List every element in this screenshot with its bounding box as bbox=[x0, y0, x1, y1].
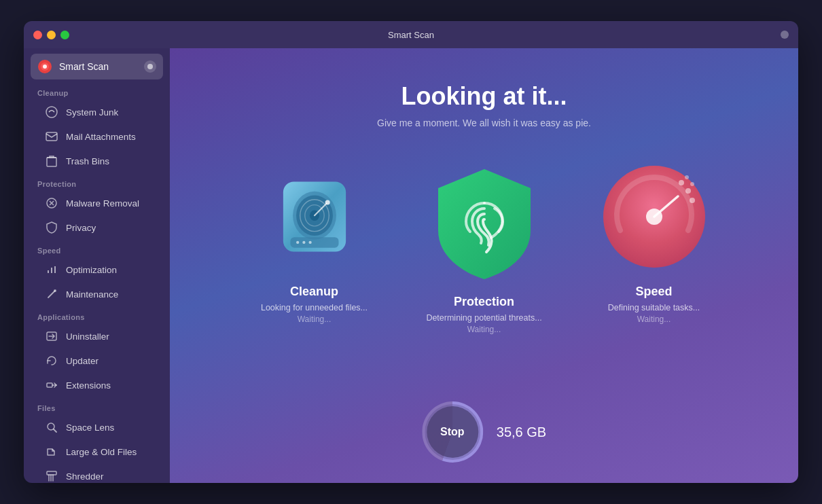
space-lens-icon bbox=[44, 420, 59, 435]
app-window: Smart Scan Smart Scan bbox=[24, 21, 798, 483]
trash-bins-label: Trash Bins bbox=[66, 156, 109, 166]
malware-removal-label: Malware Removal bbox=[66, 198, 139, 209]
minimize-button[interactable] bbox=[47, 31, 56, 39]
traffic-lights bbox=[33, 31, 69, 39]
shredder-icon bbox=[44, 469, 59, 483]
svg-point-2 bbox=[43, 65, 47, 69]
speed-section-label: Speed bbox=[24, 240, 170, 257]
sidebar-item-space-lens[interactable]: Space Lens bbox=[31, 415, 163, 439]
svg-rect-5 bbox=[46, 132, 57, 141]
extensions-label: Extensions bbox=[66, 380, 111, 391]
svg-rect-6 bbox=[47, 158, 56, 166]
svg-point-26 bbox=[302, 241, 305, 244]
main-content: Looking at it... Give me a moment. We al… bbox=[170, 48, 798, 483]
bottom-area: Stop 35,6 GB bbox=[422, 401, 546, 463]
protection-status: Determining potential threats... bbox=[426, 313, 541, 323]
sidebar-item-malware-removal[interactable]: Malware Removal bbox=[31, 191, 163, 215]
svg-point-3 bbox=[147, 64, 153, 69]
speed-card-icon bbox=[600, 162, 709, 271]
trash-icon bbox=[44, 154, 59, 168]
system-junk-label: System Junk bbox=[66, 107, 118, 118]
main-subheading: Give me a moment. We all wish it was eas… bbox=[377, 118, 591, 128]
svg-point-32 bbox=[685, 188, 691, 194]
close-button[interactable] bbox=[33, 31, 42, 39]
extensions-icon bbox=[44, 378, 59, 393]
sidebar-item-optimization[interactable]: Optimization bbox=[31, 257, 163, 282]
maintenance-icon bbox=[44, 287, 59, 302]
svg-point-11 bbox=[54, 289, 56, 292]
cleanup-status: Looking for unneeded files... bbox=[261, 303, 368, 312]
large-old-files-label: Large & Old Files bbox=[66, 447, 137, 457]
sidebar-item-updater[interactable]: Updater bbox=[31, 348, 163, 373]
applications-section-label: Applications bbox=[24, 306, 170, 324]
sidebar-item-trash-bins[interactable]: Trash Bins bbox=[31, 149, 163, 173]
speed-status: Defining suitable tasks... bbox=[608, 303, 700, 312]
speed-card: Speed Defining suitable tasks... Waiting… bbox=[579, 162, 729, 334]
files-section-label: Files bbox=[24, 397, 170, 415]
stop-ring: Stop bbox=[422, 401, 483, 463]
updater-label: Updater bbox=[66, 356, 99, 366]
svg-point-30 bbox=[646, 209, 662, 225]
svg-point-34 bbox=[685, 175, 689, 179]
main-container: Smart Scan Cleanup System Junk bbox=[24, 48, 798, 483]
shredder-label: Shredder bbox=[66, 471, 104, 482]
large-files-icon bbox=[44, 444, 59, 459]
protection-card-icon bbox=[430, 162, 539, 281]
sidebar-item-system-junk[interactable]: System Junk bbox=[31, 100, 163, 124]
svg-point-4 bbox=[46, 107, 57, 118]
titlebar: Smart Scan bbox=[24, 21, 798, 48]
smart-scan-icon bbox=[37, 59, 52, 74]
svg-rect-15 bbox=[47, 471, 56, 475]
main-heading: Looking at it... bbox=[401, 82, 567, 111]
sidebar-item-extensions[interactable]: Extensions bbox=[31, 373, 163, 397]
sidebar-item-privacy[interactable]: Privacy bbox=[31, 215, 163, 240]
updater-icon bbox=[44, 353, 59, 368]
stop-button[interactable]: Stop bbox=[427, 406, 478, 458]
privacy-label: Privacy bbox=[66, 223, 96, 233]
cleanup-waiting: Waiting... bbox=[298, 314, 332, 324]
cleanup-card: Cleanup Looking for unneeded files... Wa… bbox=[240, 162, 389, 334]
svg-rect-13 bbox=[47, 383, 52, 387]
sidebar-item-uninstaller[interactable]: Uninstaller bbox=[31, 324, 163, 348]
sidebar-item-shredder[interactable]: Shredder bbox=[31, 464, 163, 483]
optimization-label: Optimization bbox=[66, 265, 117, 275]
uninstaller-icon bbox=[44, 329, 59, 344]
svg-point-23 bbox=[325, 200, 329, 205]
smart-scan-label: Smart Scan bbox=[59, 61, 109, 72]
protection-card: Protection Determining potential threats… bbox=[410, 162, 559, 334]
sidebar-item-smart-scan[interactable]: Smart Scan bbox=[31, 54, 163, 79]
svg-point-31 bbox=[679, 180, 684, 185]
mail-attachments-label: Mail Attachments bbox=[66, 132, 136, 142]
cleanup-title: Cleanup bbox=[290, 285, 338, 299]
optimization-icon bbox=[44, 262, 59, 277]
malware-icon bbox=[44, 196, 59, 211]
uninstaller-label: Uninstaller bbox=[66, 331, 109, 342]
protection-waiting: Waiting... bbox=[467, 325, 501, 334]
sidebar-item-maintenance[interactable]: Maintenance bbox=[31, 282, 163, 306]
svg-point-33 bbox=[690, 198, 695, 203]
svg-point-27 bbox=[308, 241, 311, 244]
cards-row: Cleanup Looking for unneeded files... Wa… bbox=[240, 162, 729, 334]
maximize-button[interactable] bbox=[60, 31, 69, 39]
speed-waiting: Waiting... bbox=[637, 314, 671, 324]
gb-display: 35,6 GB bbox=[497, 425, 546, 440]
sidebar: Smart Scan Cleanup System Junk bbox=[24, 48, 170, 483]
mail-icon bbox=[44, 129, 59, 144]
maintenance-label: Maintenance bbox=[66, 289, 118, 300]
speed-title: Speed bbox=[635, 285, 672, 299]
cleanup-section-label: Cleanup bbox=[24, 82, 170, 100]
sidebar-item-large-old-files[interactable]: Large & Old Files bbox=[31, 439, 163, 464]
system-junk-icon bbox=[44, 105, 59, 120]
protection-title: Protection bbox=[454, 295, 514, 309]
protection-section-label: Protection bbox=[24, 173, 170, 191]
titlebar-dot bbox=[781, 31, 789, 39]
space-lens-label: Space Lens bbox=[66, 422, 114, 433]
active-indicator bbox=[144, 60, 156, 73]
sidebar-item-mail-attachments[interactable]: Mail Attachments bbox=[31, 124, 163, 149]
svg-point-25 bbox=[296, 241, 299, 244]
svg-point-35 bbox=[690, 182, 694, 186]
window-title: Smart Scan bbox=[388, 30, 434, 40]
cleanup-card-icon bbox=[260, 162, 369, 271]
privacy-icon bbox=[44, 220, 59, 235]
